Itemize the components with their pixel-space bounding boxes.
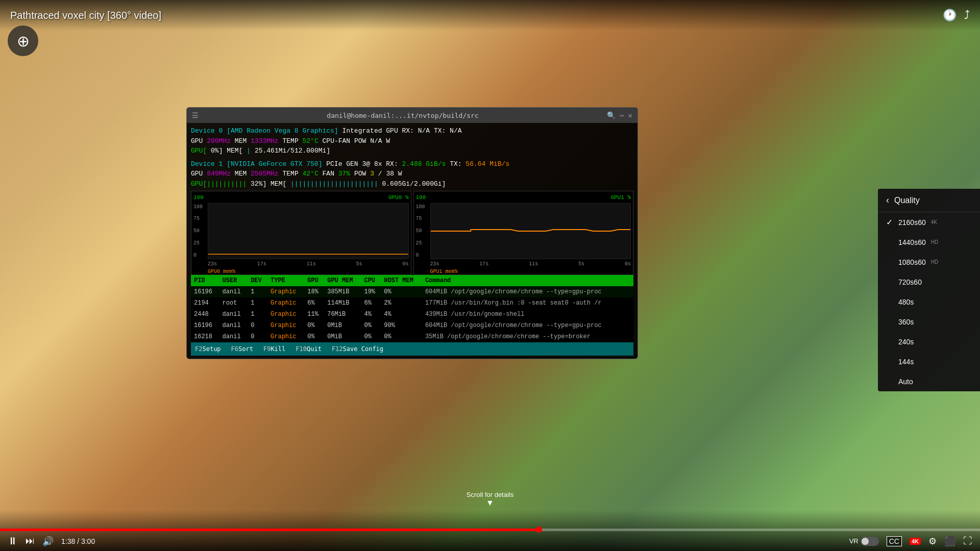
table-row: 2194 root 1 Graphic 6% 114MiB 6% 2% 177M… bbox=[191, 297, 633, 309]
cell-user: danil bbox=[219, 331, 248, 342]
cell-dev: 0 bbox=[248, 320, 267, 331]
vr-toggle-track bbox=[861, 537, 879, 546]
quality-badge: HD bbox=[931, 239, 938, 245]
function-keys-bar: F2SetupF6SortF9KillF10QuitF12Save Config bbox=[191, 342, 633, 356]
cell-type: Graphic bbox=[267, 297, 304, 309]
controls-right: VR CC 4K ⚙ ⬛ ⛶ bbox=[849, 536, 972, 547]
progress-bar[interactable] bbox=[0, 529, 980, 531]
terminal-title: danil@home-danil:...it/nvtop/build/src bbox=[199, 112, 607, 119]
quality-option-720s60[interactable]: ✓720s60 bbox=[878, 272, 980, 292]
gpu1-graph: 100 GPU1 % 1007550250 bbox=[413, 191, 634, 275]
cell-pid: 2194 bbox=[191, 297, 219, 309]
cell-user: danil bbox=[219, 286, 248, 297]
fn-key-item[interactable]: F2Setup bbox=[195, 344, 221, 354]
scroll-hint-arrow: ▼ bbox=[467, 498, 513, 508]
total-time: 3:00 bbox=[81, 537, 95, 545]
pan-control[interactable] bbox=[8, 26, 38, 56]
quality-option-1080s60[interactable]: ✓1080s60HD bbox=[878, 252, 980, 272]
scroll-hint-text: Scroll for details bbox=[467, 491, 513, 498]
quality-label: 240s bbox=[898, 338, 914, 346]
controls-left: ⏸ ⏭ 🔊 1:38 / 3:00 bbox=[8, 535, 95, 547]
cell-command: 177MiB /usr/bin/Xorg.bin :0 -seat seat0 … bbox=[422, 297, 633, 309]
terminal-close-icon[interactable]: ✕ bbox=[628, 111, 632, 120]
gpu0-label: 100 bbox=[193, 193, 204, 202]
vr-toggle-thumb bbox=[862, 538, 869, 545]
quality-options-list: ✓2160s604K✓1440s60HD✓1080s60HD✓720s60✓48… bbox=[878, 212, 980, 391]
quality-option-2160s60[interactable]: ✓2160s604K bbox=[878, 212, 980, 232]
cell-command: 604MiB /opt/google/chrome/chrome --type=… bbox=[422, 320, 633, 331]
quality-option-360s[interactable]: ✓360s bbox=[878, 312, 980, 332]
quality-back-button[interactable]: ‹ bbox=[886, 195, 889, 206]
vr-label: VR bbox=[849, 537, 859, 545]
quality-badge: 4K bbox=[931, 219, 937, 225]
time-separator: / bbox=[77, 537, 81, 545]
cell-type: Graphic bbox=[267, 286, 304, 297]
cell-gpu: 0% bbox=[304, 331, 324, 342]
terminal-search-icon[interactable]: 🔍 bbox=[607, 111, 616, 120]
fn-key-item[interactable]: F10Quit bbox=[296, 344, 322, 354]
controls-row: ⏸ ⏭ 🔊 1:38 / 3:00 VR CC 4K ⚙ ⬛ ⛶ bbox=[0, 535, 980, 547]
cell-dev: 0 bbox=[248, 331, 267, 342]
col-command: Command bbox=[422, 275, 633, 286]
theater-button[interactable]: ⬛ bbox=[944, 536, 955, 547]
cell-hostmem: 0% bbox=[381, 331, 422, 342]
share-icon[interactable]: ⤴ bbox=[964, 9, 970, 22]
quality-header: ‹ Quality bbox=[878, 189, 980, 212]
col-type: TYPE bbox=[267, 275, 304, 286]
top-bar: Pathtraced voxel city [360° video] 🕐 ⤴ bbox=[0, 0, 980, 31]
terminal-window: ☰ danil@home-danil:...it/nvtop/build/src… bbox=[186, 107, 638, 359]
play-pause-button[interactable]: ⏸ bbox=[8, 535, 18, 547]
device1-line1: Device 1 [NVIDIA GeForce GTX 750] PCIe G… bbox=[191, 159, 633, 169]
quality-panel: ‹ Quality ✓2160s604K✓1440s60HD✓1080s60HD… bbox=[878, 189, 980, 391]
terminal-titlebar: ☰ danil@home-danil:...it/nvtop/build/src… bbox=[187, 108, 638, 123]
quality-label: 1440s60 bbox=[898, 238, 926, 246]
cell-gpu: 11% bbox=[304, 309, 324, 320]
col-dev: DEV bbox=[248, 275, 267, 286]
quality-option-240s[interactable]: ✓240s bbox=[878, 332, 980, 352]
time-display: 1:38 / 3:00 bbox=[61, 537, 95, 545]
cell-gpumem: 114MiB bbox=[324, 297, 361, 309]
device0-line2: GPU 200MHz MEM 1333MHz TEMP 52°C CPU-FAN… bbox=[191, 136, 633, 146]
vr-toggle[interactable]: VR bbox=[849, 537, 879, 546]
terminal-more-icon[interactable]: ⋯ bbox=[620, 111, 624, 120]
cell-gpu: 6% bbox=[304, 297, 324, 309]
terminal-menu-icon[interactable]: ☰ bbox=[192, 111, 199, 120]
table-row: 16196 danil 1 Graphic 18% 385MiB 19% 0% … bbox=[191, 286, 633, 297]
fn-key-item[interactable]: F9Kill bbox=[263, 344, 285, 354]
resolution-badge[interactable]: 4K bbox=[910, 538, 921, 545]
quality-option-144s[interactable]: ✓144s bbox=[878, 352, 980, 371]
terminal-body: Device 0 [AMD Radeon Vega 8 Graphics] In… bbox=[187, 123, 638, 359]
cell-type: Graphic bbox=[267, 320, 304, 331]
cell-dev: 1 bbox=[248, 286, 267, 297]
subtitles-button[interactable]: CC bbox=[887, 536, 902, 546]
watch-later-icon[interactable]: 🕐 bbox=[943, 9, 957, 22]
process-list: 16196 danil 1 Graphic 18% 385MiB 19% 0% … bbox=[191, 286, 633, 342]
fn-key-item[interactable]: F12Save Config bbox=[332, 344, 383, 354]
cell-user: root bbox=[219, 297, 248, 309]
quality-option-1440s60[interactable]: ✓1440s60HD bbox=[878, 232, 980, 252]
volume-button[interactable]: 🔊 bbox=[42, 536, 54, 547]
col-gpumem: GPU MEM bbox=[324, 275, 361, 286]
cell-gpu: 0% bbox=[304, 320, 324, 331]
cell-dev: 1 bbox=[248, 297, 267, 309]
cell-cpu: 0% bbox=[361, 320, 381, 331]
quality-option-480s[interactable]: ✓480s bbox=[878, 292, 980, 312]
settings-button[interactable]: ⚙ bbox=[928, 536, 937, 547]
fn-key-item[interactable]: F6Sort bbox=[231, 344, 253, 354]
device1-line2: GPU 849MHz MEM 2505MHz TEMP 42°C FAN 37%… bbox=[191, 169, 633, 179]
fullscreen-button[interactable]: ⛶ bbox=[963, 536, 972, 546]
cell-cpu: 0% bbox=[361, 331, 381, 342]
current-time: 1:38 bbox=[61, 537, 75, 545]
quality-option-Auto[interactable]: ✓Auto bbox=[878, 371, 980, 391]
cell-pid: 16218 bbox=[191, 331, 219, 342]
cell-command: 35MiB /opt/google/chrome/chrome --type=b… bbox=[422, 331, 633, 342]
quality-label: 2160s60 bbox=[898, 218, 926, 227]
next-button[interactable]: ⏭ bbox=[26, 536, 35, 546]
quality-label: 1080s60 bbox=[898, 258, 926, 266]
cell-pid: 16196 bbox=[191, 286, 219, 297]
scroll-hint: Scroll for details ▼ bbox=[467, 491, 513, 508]
device0-line1: Device 0 [AMD Radeon Vega 8 Graphics] In… bbox=[191, 126, 633, 136]
table-row: 2448 danil 1 Graphic 11% 76MiB 4% 4% 439… bbox=[191, 309, 633, 320]
table-row: 16218 danil 0 Graphic 0% 0MiB 0% 0% 35Mi… bbox=[191, 331, 633, 342]
col-pid: PID bbox=[191, 275, 219, 286]
